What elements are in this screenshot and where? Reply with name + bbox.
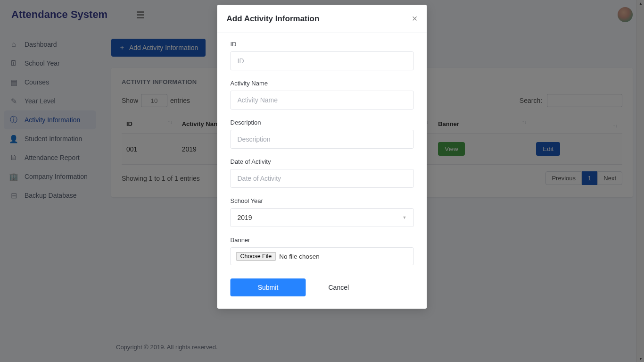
cancel-button[interactable]: Cancel <box>321 278 357 296</box>
activity-name-label: Activity Name <box>231 80 414 87</box>
add-activity-modal: Add Activity Information × ID Activity N… <box>217 5 427 309</box>
modal-actions: Submit Cancel <box>231 278 414 296</box>
school-year-select[interactable]: 2019 ▼ <box>231 208 414 227</box>
activity-name-input[interactable] <box>231 91 414 109</box>
school-year-value: 2019 <box>238 214 252 221</box>
description-label: Description <box>231 119 414 126</box>
modal-header: Add Activity Information × <box>217 5 427 33</box>
modal-title: Add Activity Information <box>227 14 320 24</box>
modal-body: ID Activity Name Description Date of Act… <box>217 33 427 309</box>
banner-label: Banner <box>231 236 414 244</box>
date-label: Date of Activity <box>231 158 414 165</box>
description-input[interactable] <box>231 130 414 149</box>
chevron-down-icon: ▼ <box>403 215 407 220</box>
modal-close-button[interactable]: × <box>412 13 418 24</box>
id-label: ID <box>231 41 414 48</box>
choose-file-button[interactable]: Choose File <box>237 252 276 261</box>
school-year-label: School Year <box>231 197 414 204</box>
id-input[interactable] <box>231 51 414 70</box>
file-status-text: No file chosen <box>279 253 320 260</box>
date-input[interactable] <box>231 169 414 188</box>
close-icon: × <box>412 13 418 24</box>
submit-button[interactable]: Submit <box>231 278 306 296</box>
banner-file-input[interactable]: Choose File No file chosen <box>231 247 414 265</box>
